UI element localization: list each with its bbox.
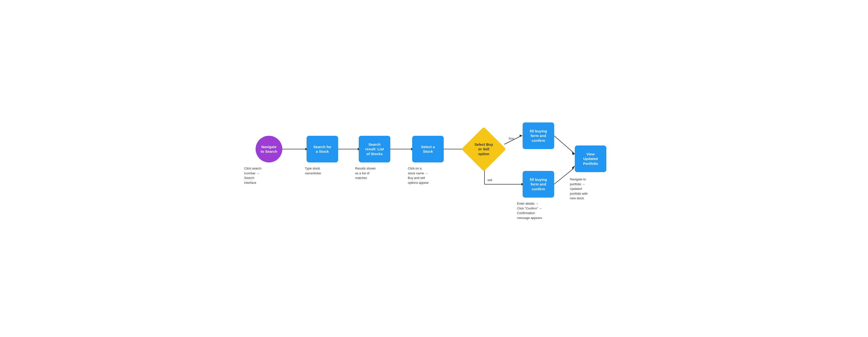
- node-view-portfolio: ViewUpdatedPortfolio: [575, 145, 606, 172]
- caption-fill-sell: Enter details →Click "Confirm" →Confirma…: [517, 201, 542, 220]
- label-buy: buy: [509, 136, 514, 140]
- caption-search-stock: Type stockname/ticker: [305, 166, 321, 175]
- node-search-stock: Search fora Stock: [307, 136, 338, 162]
- node-select-stock: Select aStock: [412, 136, 444, 162]
- diagram-container: Navigateto Search Click searchicon/bar →…: [240, 93, 628, 244]
- svg-line-13: [554, 136, 574, 153]
- node-navigate: Navigateto Search: [256, 136, 282, 162]
- node-search-result: Searchresult: Listof Stocks: [359, 136, 390, 162]
- node-search-result-label: Searchresult: Listof Stocks: [365, 142, 384, 156]
- node-fill-sell: fill buyingform andconfirm: [523, 171, 554, 198]
- node-select-option: Select Buyor Selloption: [464, 130, 503, 168]
- arrows-svg: [240, 93, 628, 244]
- node-navigate-label: Navigateto Search: [261, 144, 277, 154]
- node-fill-sell-label: fill buyingform andconfirm: [530, 177, 547, 192]
- caption-search-result: Results shownas a list ofmatches: [355, 166, 376, 180]
- caption-navigate: Click searchicon/bar →Searchinterface: [244, 166, 261, 185]
- svg-marker-9: [520, 135, 523, 137]
- node-view-portfolio-label: ViewUpdatedPortfolio: [583, 152, 598, 166]
- node-fill-buy-label: fill buyingform andconfirm: [530, 129, 547, 143]
- caption-view-portfolio: Navigate toportfolio →Updatedportfolio w…: [570, 177, 588, 201]
- caption-select-stock: Click on astock name →Buy and selloption…: [408, 166, 429, 185]
- node-search-stock-label: Search fora Stock: [313, 144, 331, 154]
- label-sell: sell: [487, 178, 492, 182]
- node-fill-buy: fill buyingform andconfirm: [523, 123, 554, 149]
- node-select-stock-label: Select aStock: [421, 144, 435, 154]
- diamond-shape: [461, 127, 506, 171]
